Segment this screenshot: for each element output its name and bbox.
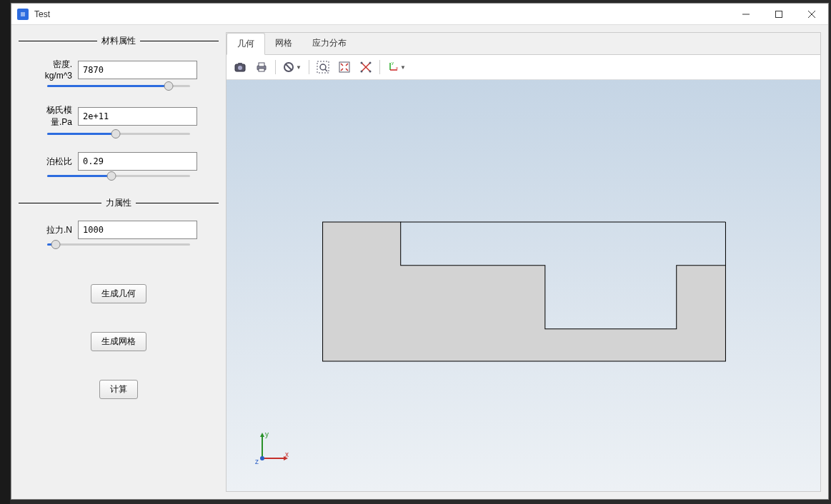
close-button[interactable]	[795, 4, 828, 25]
force-field: 拉力.N	[19, 221, 219, 239]
svg-point-7	[238, 66, 242, 70]
force-group-header: 力属性	[19, 197, 219, 209]
axis-z-label: z	[255, 458, 259, 465]
desktop-edge	[0, 0, 10, 504]
density-slider[interactable]	[47, 85, 190, 87]
youngs-slider[interactable]	[47, 133, 190, 135]
axis-y-label: y	[265, 430, 269, 438]
poisson-input[interactable]	[78, 152, 197, 171]
material-group-label: 材料属性	[97, 35, 140, 47]
toolbar-separator	[379, 60, 380, 74]
axis-x-label: x	[285, 450, 289, 458]
maximize-button[interactable]	[762, 4, 795, 25]
toolbar-separator	[275, 60, 276, 74]
poisson-label: 泊松比	[40, 156, 78, 168]
titlebar[interactable]: Test	[11, 4, 828, 25]
youngs-label: 杨氏模量.Pa	[40, 104, 78, 128]
viewport[interactable]: y x z	[227, 80, 820, 491]
svg-point-22	[369, 71, 372, 73]
axis-icon[interactable]: y x ▼	[384, 58, 409, 76]
density-field: 密度. kg/m^3	[19, 59, 219, 81]
coordinate-axes: y x z	[255, 430, 291, 465]
density-label: 密度. kg/m^3	[40, 59, 78, 81]
svg-rect-6	[238, 63, 242, 65]
sidebar: 材料属性 密度. kg/m^3 杨氏模量.Pa	[19, 32, 219, 492]
zoom-rect-icon[interactable]	[314, 58, 332, 76]
force-slider[interactable]	[47, 243, 190, 246]
app-window: Test 材料属性 密度. kg/m^3	[11, 3, 829, 500]
geometry-shape-clean	[227, 80, 820, 491]
tab-bar: 几何 网格 应力分布	[227, 33, 820, 55]
svg-line-12	[286, 64, 292, 70]
fit-icon[interactable]	[335, 58, 354, 76]
pick-icon[interactable]	[357, 58, 375, 76]
svg-text:x: x	[396, 66, 398, 70]
tab-mesh[interactable]: 网格	[265, 33, 302, 54]
print-icon[interactable]	[252, 58, 271, 76]
content-area: 材料属性 密度. kg/m^3 杨氏模量.Pa	[11, 25, 828, 499]
svg-rect-10	[259, 69, 264, 71]
toolbar-separator	[309, 60, 309, 74]
svg-rect-2	[776, 11, 782, 17]
svg-line-15	[325, 69, 327, 71]
svg-rect-9	[259, 63, 264, 66]
tab-geometry[interactable]: 几何	[227, 33, 265, 55]
svg-point-21	[361, 71, 363, 73]
svg-point-20	[369, 62, 372, 64]
tab-stress[interactable]: 应力分布	[302, 33, 357, 54]
svg-marker-33	[260, 433, 264, 437]
window-controls	[730, 4, 828, 25]
svg-point-14	[320, 64, 326, 70]
camera-icon[interactable]	[231, 58, 249, 76]
generate-mesh-button[interactable]: 生成网格	[91, 332, 146, 351]
main-panel: 几何 网格 应力分布 ▼	[226, 32, 821, 492]
svg-point-36	[260, 456, 264, 460]
action-buttons: 生成几何 生成网格 计算	[19, 284, 219, 399]
force-input[interactable]	[78, 221, 197, 239]
svg-point-19	[361, 62, 363, 64]
chevron-down-icon: ▼	[296, 64, 302, 71]
poisson-slider[interactable]	[47, 175, 190, 177]
svg-text:y: y	[392, 61, 394, 65]
chevron-down-icon: ▼	[400, 64, 406, 71]
force-label: 拉力.N	[40, 224, 78, 236]
material-group-header: 材料属性	[19, 35, 219, 47]
minimize-button[interactable]	[730, 4, 762, 25]
toolbar: ▼ y x	[227, 55, 820, 80]
youngs-input[interactable]	[78, 107, 197, 126]
calculate-button[interactable]: 计算	[99, 380, 138, 399]
poisson-field: 泊松比	[19, 152, 219, 171]
density-input[interactable]	[78, 61, 197, 79]
window-title: Test	[34, 9, 730, 19]
cancel-icon[interactable]: ▼	[280, 58, 304, 76]
app-icon	[17, 9, 29, 20]
youngs-field: 杨氏模量.Pa	[19, 104, 219, 128]
force-group-label: 力属性	[101, 197, 136, 209]
generate-geometry-button[interactable]: 生成几何	[91, 284, 146, 303]
